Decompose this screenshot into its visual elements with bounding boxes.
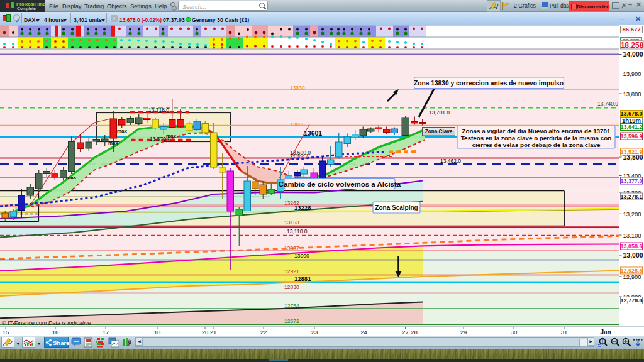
svg-text:13601: 13601: [304, 129, 322, 137]
svg-text:1h19m: 1h19m: [622, 117, 641, 124]
svg-text:Zona Clave: Zona Clave: [425, 129, 453, 134]
svg-text:18: 18: [154, 329, 161, 336]
svg-text:12,925.6: 12,925.6: [620, 268, 642, 274]
svg-text:Testeos en la zona clave o per: Testeos en la zona clave o perdida de la…: [461, 134, 611, 141]
svg-text:13,000: 13,000: [623, 251, 643, 259]
svg-text:13,460,4: 13,460,4: [290, 154, 308, 160]
svg-text:29: 29: [460, 329, 467, 336]
svg-text:Zona Scalping: Zona Scalping: [375, 204, 418, 211]
svg-text:13,678.0: 13,678.0: [620, 111, 642, 117]
svg-text:13,596.9: 13,596.9: [620, 133, 642, 140]
svg-text:15: 15: [3, 329, 9, 336]
svg-text:13,462.0: 13,462.0: [440, 158, 461, 164]
svg-text:17: 17: [103, 329, 109, 336]
svg-text:23: 23: [311, 329, 318, 336]
svg-text:12830: 12830: [284, 284, 299, 290]
svg-text:12754: 12754: [284, 303, 299, 309]
svg-text:13,100: 13,100: [623, 232, 641, 239]
svg-text:13830: 13830: [290, 85, 305, 91]
svg-text:86.677: 86.677: [622, 26, 640, 33]
svg-text:13,200: 13,200: [623, 211, 641, 217]
svg-text:13,377.0: 13,377.0: [620, 178, 642, 184]
svg-text:13153: 13153: [284, 219, 299, 226]
svg-text:24: 24: [360, 329, 367, 336]
svg-text:13,278.1: 13,278.1: [620, 194, 642, 200]
svg-text:Cambio de ciclo volvemos a Alc: Cambio de ciclo volvemos a Alcista: [279, 180, 401, 188]
svg-text:12921: 12921: [284, 268, 299, 275]
svg-text:max: max: [166, 133, 177, 139]
svg-text:13,521.9: 13,521.9: [620, 149, 642, 155]
svg-text:13,701.0: 13,701.0: [429, 109, 450, 116]
svg-text:27: 27: [402, 329, 409, 336]
svg-text:cierres de velas por debajo de: cierres de velas por debajo de la zona c…: [472, 141, 601, 148]
svg-text:22: 22: [260, 329, 267, 336]
svg-text:13037: 13037: [284, 245, 299, 251]
svg-text:30: 30: [511, 329, 518, 336]
svg-text:13,641.2: 13,641.2: [620, 124, 642, 130]
svg-text:Zonas a vigilar del dia Nuevo: Zonas a vigilar del dia Nuevo alto encim…: [462, 128, 611, 134]
svg-text:21: 21: [210, 329, 217, 336]
svg-text:13,058.6: 13,058.6: [620, 243, 642, 250]
svg-text:18.258: 18.258: [621, 41, 644, 50]
svg-text:12,778.8: 12,778.8: [620, 297, 642, 304]
svg-text:13228: 13228: [294, 204, 311, 211]
svg-text:13,900: 13,900: [623, 70, 641, 77]
svg-text:max: max: [117, 128, 128, 134]
svg-text:14,000: 14,000: [623, 50, 643, 58]
svg-text:13,718.0: 13,718.0: [148, 107, 169, 113]
svg-text:20: 20: [202, 329, 209, 336]
svg-text:16: 16: [52, 329, 59, 336]
svg-text:31: 31: [561, 329, 568, 336]
svg-text:12881: 12881: [294, 275, 311, 282]
svg-text:13655: 13655: [290, 121, 305, 128]
svg-text:© IT-Finance.com Data is indic: © IT-Finance.com Data is indicative: [2, 320, 91, 326]
svg-text:13,740.0: 13,740.0: [597, 101, 618, 107]
svg-text:Jan: Jan: [600, 329, 611, 336]
svg-text:Zona 13830 y correccion antes: Zona 13830 y correccion antes de nuevo i…: [414, 80, 564, 87]
svg-text:13,110.0: 13,110.0: [287, 228, 308, 234]
svg-text:13000: 13000: [294, 253, 309, 259]
svg-text:max: max: [66, 175, 77, 180]
svg-text:12672: 12672: [284, 318, 299, 324]
svg-text:28: 28: [411, 329, 418, 336]
svg-text:13,800: 13,800: [623, 90, 641, 97]
svg-text:max: max: [108, 140, 119, 146]
